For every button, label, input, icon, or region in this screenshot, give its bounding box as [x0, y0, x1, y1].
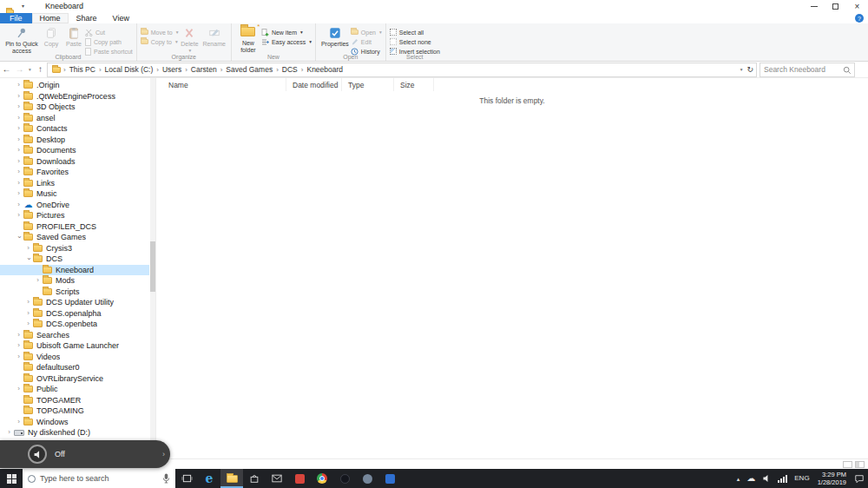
expand-chevron-icon[interactable]: ›: [15, 342, 23, 349]
breadcrumb-item-saved-games[interactable]: Saved Games: [223, 65, 275, 74]
tab-share[interactable]: Share: [69, 13, 105, 23]
back-button[interactable]: ←: [0, 65, 13, 74]
tree-item-kneeboard[interactable]: Kneeboard: [0, 265, 149, 276]
tree-item-3d-objects[interactable]: ›3D Objects: [0, 102, 149, 113]
select-none-button[interactable]: Select none: [390, 38, 440, 45]
tree-item-pictures[interactable]: ›Pictures: [0, 210, 149, 221]
app-button-blue[interactable]: [378, 469, 401, 488]
delete-button[interactable]: Delete ▾: [178, 25, 201, 54]
tree-item-origin[interactable]: ›.Origin: [0, 80, 149, 91]
breadcrumb-item-this-pc[interactable]: This PC: [67, 65, 98, 74]
search-input[interactable]: Search Kneeboard: [760, 63, 855, 77]
tree-item-videos[interactable]: ›Videos: [0, 352, 149, 363]
expand-chevron-icon[interactable]: ›: [15, 147, 23, 154]
expand-chevron-icon[interactable]: ›: [15, 419, 23, 425]
tree-item-dcs-openbeta[interactable]: ›DCS.openbeta: [0, 319, 149, 330]
breadcrumb-item-kneeboard[interactable]: Kneeboard: [304, 65, 345, 74]
tree-item-links[interactable]: ›Links: [0, 178, 149, 189]
expand-chevron-icon[interactable]: ›: [15, 82, 23, 89]
minimize-button[interactable]: [803, 0, 825, 13]
column-header-date-modified[interactable]: Date modified: [286, 78, 342, 91]
mail-button[interactable]: [266, 469, 288, 488]
expand-chevron-icon[interactable]: ›: [15, 190, 23, 197]
refresh-icon[interactable]: ↻: [746, 66, 753, 74]
expand-chevron-icon[interactable]: ›: [24, 310, 32, 317]
expand-chevron-icon[interactable]: ›: [15, 115, 23, 122]
tab-home[interactable]: Home: [32, 13, 69, 23]
action-center-button[interactable]: [851, 474, 868, 484]
expand-chevron-icon[interactable]: ›: [15, 332, 23, 339]
app-button-dark[interactable]: [333, 469, 356, 488]
collapse-chevron-icon[interactable]: ›: [25, 255, 32, 263]
osd-expand-chevron-icon[interactable]: ›: [162, 450, 165, 458]
collapse-chevron-icon[interactable]: ›: [16, 234, 23, 241]
expand-chevron-icon[interactable]: ›: [24, 245, 32, 252]
network-tray-icon[interactable]: [774, 475, 791, 483]
tree-item-favorites[interactable]: ›Favorites: [0, 167, 149, 178]
store-button[interactable]: [243, 469, 266, 488]
task-view-button[interactable]: [175, 469, 198, 488]
tree-item-public[interactable]: ›Public: [0, 384, 149, 395]
volume-dial[interactable]: [28, 445, 47, 464]
forward-button[interactable]: →: [13, 65, 26, 74]
breadcrumb-item-dcs[interactable]: DCS: [279, 65, 300, 74]
expand-chevron-icon[interactable]: ›: [24, 299, 32, 306]
column-header-size[interactable]: Size: [394, 78, 434, 91]
edit-button[interactable]: Edit: [351, 38, 382, 45]
app-button-gray[interactable]: [356, 469, 378, 488]
tree-item-topgamer[interactable]: TOPGAMER: [0, 395, 149, 406]
address-dropdown-caret-icon[interactable]: ▾: [740, 67, 743, 72]
up-button[interactable]: ↑: [34, 65, 47, 74]
expand-chevron-icon[interactable]: ›: [15, 353, 23, 360]
breadcrumb-item-local-disk-c[interactable]: Local Disk (C:): [102, 65, 156, 74]
properties-button[interactable]: Properties: [319, 25, 351, 49]
breadcrumb-item-carsten[interactable]: Carsten: [188, 65, 220, 74]
tree-item-crysis3[interactable]: ›Crysis3: [0, 243, 149, 254]
tree-item-desktop[interactable]: ›Desktop: [0, 135, 149, 146]
copy-to-button[interactable]: Copy to ▾: [141, 38, 179, 45]
tree-item-onedrive[interactable]: ›☁OneDrive: [0, 200, 149, 211]
tree-item-profiler-dcs[interactable]: PROFILER_DCS: [0, 221, 149, 233]
close-button[interactable]: ×: [846, 0, 868, 13]
edge-button[interactable]: e: [198, 469, 220, 488]
breadcrumb-chevron-icon[interactable]: ›: [62, 66, 67, 74]
tree-item-ny-diskenhed-d[interactable]: ›Ny diskenhed (D:): [0, 427, 149, 439]
volume-tray-icon[interactable]: [759, 474, 774, 483]
tree-item-ansel[interactable]: ›ansel: [0, 113, 149, 124]
expand-chevron-icon[interactable]: ›: [15, 180, 23, 187]
tree-item-defaultuser0[interactable]: defaultuser0: [0, 362, 149, 373]
expand-chevron-icon[interactable]: ›: [15, 136, 23, 143]
tree-item-documents[interactable]: ›Documents: [0, 145, 149, 156]
tree-item-ovrlibraryservice[interactable]: OVRLibraryService: [0, 373, 149, 385]
tree-item-dcs-updater-utility[interactable]: ›DCS Updater Utility: [0, 297, 149, 308]
tree-item-windows[interactable]: ›Windows: [0, 417, 149, 428]
expand-chevron-icon[interactable]: ›: [15, 93, 23, 100]
column-header-type[interactable]: Type: [342, 78, 394, 91]
tree-item-topgaming[interactable]: TOPGAMING: [0, 406, 149, 417]
paste-button[interactable]: Paste: [62, 25, 85, 49]
new-item-button[interactable]: New item ▾: [261, 29, 312, 36]
tab-file[interactable]: File: [0, 13, 32, 23]
tab-view[interactable]: View: [105, 13, 137, 23]
expand-chevron-icon[interactable]: ›: [15, 386, 23, 392]
onedrive-tray-icon[interactable]: ☁: [743, 474, 759, 483]
large-icons-view-button[interactable]: [855, 461, 865, 468]
tree-item-saved-games[interactable]: ›Saved Games: [0, 232, 149, 243]
expand-chevron-icon[interactable]: ›: [15, 201, 23, 208]
tree-item-dcs-openalpha[interactable]: ›DCS.openalpha: [0, 308, 149, 320]
expand-chevron-icon[interactable]: ›: [5, 429, 13, 436]
tree-item-searches[interactable]: ›Searches: [0, 330, 149, 341]
expand-chevron-icon[interactable]: ›: [15, 103, 23, 110]
cut-button[interactable]: Cut: [85, 29, 133, 36]
expand-chevron-icon[interactable]: ›: [34, 277, 42, 284]
copy-button[interactable]: Copy: [40, 25, 62, 49]
tree-item-contacts[interactable]: ›Contacts: [0, 123, 149, 135]
new-folder-button[interactable]: * New folder: [235, 25, 261, 55]
rename-button[interactable]: Rename: [201, 25, 227, 49]
tree-item-scripts[interactable]: Scripts: [0, 287, 149, 298]
file-explorer-button[interactable]: [220, 469, 243, 488]
quick-access-toolbar-caret-icon[interactable]: ▾: [22, 3, 24, 9]
expand-chevron-icon[interactable]: ›: [15, 212, 23, 219]
tray-overflow-chevron-icon[interactable]: ▴: [733, 476, 744, 482]
open-button[interactable]: Open ▾: [351, 29, 382, 36]
